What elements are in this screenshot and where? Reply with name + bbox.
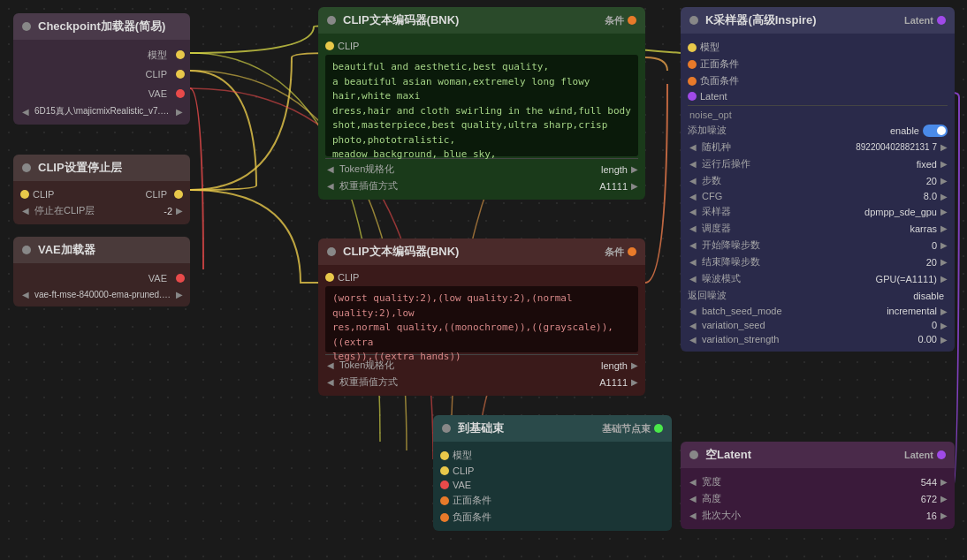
batch-stepper[interactable]: ◀ 批次大小 16 ▶ xyxy=(681,507,955,524)
bundle-pos-in[interactable] xyxy=(440,496,449,505)
clip-enc2-dot xyxy=(327,247,336,256)
clip-enc1-node: CLIP文本编码器(BNK) 条件 CLIP beautiful and aes… xyxy=(318,7,645,200)
clip-enc2-header: CLIP文本编码器(BNK) 条件 xyxy=(318,238,645,265)
clip-enc1-clip-in[interactable] xyxy=(325,42,334,50)
vae-title: VAE加载器 xyxy=(38,242,95,258)
clip-enc1-text[interactable]: beautiful and aesthetic,best quality, a … xyxy=(325,55,638,156)
clip-enc2-cond-connector[interactable] xyxy=(628,247,636,256)
clip-stop-layer-prev[interactable]: ◀ xyxy=(20,206,31,216)
add-noise-toggle[interactable] xyxy=(923,125,948,137)
clip-settings-clip-out[interactable] xyxy=(174,190,183,199)
vae-output-connector[interactable] xyxy=(176,274,185,283)
latent-title: 空Latent xyxy=(705,447,751,463)
vae-file-prev[interactable]: ◀ xyxy=(20,290,31,299)
vae-output-label: VAE xyxy=(148,273,167,284)
sampler-stepper[interactable]: ◀ 采样器 dpmpp_sde_gpu ▶ xyxy=(681,203,955,220)
checkpoint-model-row: 模型 xyxy=(13,45,190,64)
vae-header: VAE加载器 xyxy=(13,237,190,263)
steps-stepper[interactable]: ◀ 步数 20 ▶ xyxy=(681,172,955,189)
start-step-stepper[interactable]: ◀ 开始降噪步数 0 ▶ xyxy=(681,237,955,254)
k-sampler-node: K采样器(高级Inspire) Latent 模型 正面条件 负面条件 Late… xyxy=(681,7,955,352)
checkpoint-model-connector[interactable] xyxy=(176,50,185,59)
clip-settings-clip-out-label: CLIP xyxy=(146,189,167,200)
vae-file-next[interactable]: ▶ xyxy=(176,290,183,299)
bundle-vae-in[interactable] xyxy=(440,481,449,489)
latent-body: ◀ 宽度 544 ▶ ◀ 高度 672 ▶ ◀ 批次大小 16 ▶ xyxy=(681,468,955,529)
clip-settings-dot xyxy=(22,163,31,172)
scheduler-stepper[interactable]: ◀ 调度器 karras ▶ xyxy=(681,220,955,237)
clip-stop-layer-stepper[interactable]: ◀ 停止在CLIP层 -2 ▶ xyxy=(13,202,190,219)
checkpoint-vae-connector[interactable] xyxy=(176,89,185,98)
clip-enc1-cond-connector[interactable] xyxy=(628,16,636,25)
clip-enc1-clip-label: CLIP xyxy=(338,41,359,51)
k-sampler-latent-out[interactable] xyxy=(937,16,946,25)
k-sampler-title: K采样器(高级Inspire) xyxy=(705,12,817,28)
clip-stop-layer-value: -2 xyxy=(164,206,172,216)
clip-enc2-clip-in[interactable] xyxy=(325,273,334,282)
base-bundle-out-connector[interactable] xyxy=(654,424,663,433)
base-bundle-body: 模型 CLIP VAE 正面条件 负面条件 xyxy=(433,442,672,531)
clip-enc1-cond-label: 条件 xyxy=(605,14,624,27)
latent-header: 空Latent Latent xyxy=(681,442,955,468)
vae-dot xyxy=(22,246,31,254)
latent-out-label: Latent xyxy=(904,450,933,460)
vae-file-stepper[interactable]: ◀ vae-ft-mse-840000-ema-pruned.safetenso… xyxy=(13,288,190,301)
clip-enc2-clip-label: CLIP xyxy=(338,272,359,283)
base-bundle-node: 到基础束 基础节点束 模型 CLIP VAE 正面条件 负面条件 xyxy=(433,415,672,531)
vae-file-value: vae-ft-mse-840000-ema-pruned.safetensors xyxy=(31,290,176,299)
k-sampler-latent-in[interactable] xyxy=(688,92,697,101)
bundle-neg-in[interactable] xyxy=(440,513,449,522)
k-sampler-body: 模型 正面条件 负面条件 Latent noise_opt 添加噪波 enabl… xyxy=(681,34,955,352)
clip-enc2-text[interactable]: (worst quality:2),(low quality:2),(norma… xyxy=(325,286,638,352)
checkpoint-clip-row: CLIP xyxy=(13,64,190,84)
random-seed-stepper[interactable]: ◀ 随机种 892200402882131 7 ▶ xyxy=(681,139,955,155)
clip-enc1-token-norm[interactable]: ◀ Token规格化 length ▶ xyxy=(318,161,645,178)
base-bundle-title: 到基础束 xyxy=(458,420,504,436)
checkpoint-node: Checkpoint加载器(简易) 模型 CLIP VAE ◀ 6D15真人\m… xyxy=(13,13,190,125)
post-op-stepper[interactable]: ◀ 运行后操作 fixed ▶ xyxy=(681,155,955,172)
base-bundle-dot xyxy=(442,424,451,433)
checkpoint-file-next[interactable]: ▶ xyxy=(176,107,183,117)
var-strength-stepper[interactable]: ◀ variation_strength 0.00 ▶ xyxy=(681,332,955,346)
k-sampler-pos-in[interactable] xyxy=(688,60,697,69)
clip-enc2-node: CLIP文本编码器(BNK) 条件 CLIP (worst quality:2)… xyxy=(318,238,645,396)
clip-enc1-dot xyxy=(327,16,336,25)
k-sampler-header: K采样器(高级Inspire) Latent xyxy=(681,7,955,34)
latent-node: 空Latent Latent ◀ 宽度 544 ▶ ◀ 高度 672 ▶ ◀ 批… xyxy=(681,442,955,529)
clip-enc2-weight-interp[interactable]: ◀ 权重插值方式 A1111 ▶ xyxy=(318,374,645,390)
add-noise-row: 添加噪波 enable xyxy=(681,122,955,139)
checkpoint-title: Checkpoint加载器(简易) xyxy=(38,19,165,34)
base-bundle-header: 到基础束 基础节点束 xyxy=(433,415,672,442)
batch-seed-stepper[interactable]: ◀ batch_seed_mode incremental ▶ xyxy=(681,304,955,318)
k-sampler-neg-in[interactable] xyxy=(688,77,697,86)
bundle-clip-in[interactable] xyxy=(440,466,449,475)
noise-mode-stepper[interactable]: ◀ 噪波模式 GPU(=A1111) ▶ xyxy=(681,270,955,287)
clip-enc1-header: CLIP文本编码器(BNK) 条件 xyxy=(318,7,645,34)
clip-settings-clip-in-label: CLIP xyxy=(33,189,54,200)
checkpoint-vae-row: VAE xyxy=(13,84,190,103)
clip-enc1-weight-interp[interactable]: ◀ 权重插值方式 A1111 ▶ xyxy=(318,178,645,194)
clip-stop-layer-next[interactable]: ▶ xyxy=(176,206,183,216)
checkpoint-clip-connector[interactable] xyxy=(176,70,185,79)
latent-out-connector[interactable] xyxy=(937,450,946,459)
end-step-stepper[interactable]: ◀ 结束降噪步数 20 ▶ xyxy=(681,254,955,270)
base-bundle-out-label: 基础节点束 xyxy=(602,422,651,435)
clip-enc2-cond-label: 条件 xyxy=(605,246,624,259)
checkpoint-file-stepper[interactable]: ◀ 6D15真人\majicmixRealistic_v7.safetensor… xyxy=(13,103,190,119)
clip-settings-clip-in[interactable] xyxy=(20,190,29,199)
cfg-stepper[interactable]: ◀ CFG 8.0 ▶ xyxy=(681,189,955,203)
height-stepper[interactable]: ◀ 高度 672 ▶ xyxy=(681,490,955,507)
width-stepper[interactable]: ◀ 宽度 544 ▶ xyxy=(681,473,955,490)
clip-enc2-title: CLIP文本编码器(BNK) xyxy=(343,244,459,260)
clip-settings-header: CLIP设置停止层 xyxy=(13,155,190,181)
clip-enc2-token-norm[interactable]: ◀ Token规格化 length ▶ xyxy=(318,357,645,374)
checkpoint-file-prev[interactable]: ◀ xyxy=(20,107,31,117)
bundle-model-in[interactable] xyxy=(440,451,449,460)
clip-stop-layer-label: 停止在CLIP层 xyxy=(31,204,164,217)
vae-node: VAE加载器 VAE ◀ vae-ft-mse-840000-ema-prune… xyxy=(13,237,190,306)
checkpoint-vae-label: VAE xyxy=(148,88,167,99)
var-seed-stepper[interactable]: ◀ variation_seed 0 ▶ xyxy=(681,318,955,332)
clip-enc1-title: CLIP文本编码器(BNK) xyxy=(343,12,459,28)
vae-output-row: VAE xyxy=(13,269,190,288)
k-sampler-model-in[interactable] xyxy=(688,43,697,52)
